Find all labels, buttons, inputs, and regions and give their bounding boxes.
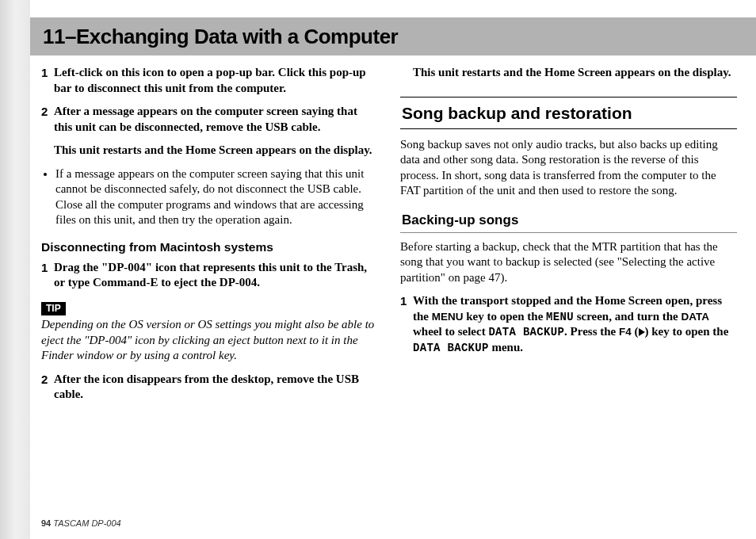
step-item: 2 After a message appears on the compute… — [41, 104, 378, 135]
step-text: Drag the "DP-004" icon that represents t… — [54, 260, 378, 291]
body-columns: 1 Left-click on this icon to open a pop-… — [41, 65, 737, 515]
restart-note: This unit restarts and the Home Screen a… — [54, 143, 378, 159]
menu-name-data-backup: DATA BACKUP — [413, 342, 489, 354]
chapter-title: 11–Exchanging Data with a Computer — [43, 25, 398, 49]
key-label-menu: MENU — [432, 311, 464, 323]
step-item: 1 With the transport stopped and the Hom… — [400, 293, 737, 355]
step-item: 1 Drag the "DP-004" icon that represents… — [41, 260, 378, 291]
page-footer: 94 TASCAM DP-004 — [41, 518, 121, 528]
screen-item-data-backup: DATA BACKUP — [488, 326, 564, 338]
step-number: 2 — [41, 104, 54, 120]
footer-model: TASCAM DP-004 — [53, 518, 120, 528]
bullet-list: If a message appears on the computer scr… — [41, 166, 378, 228]
tip-block: TIP Depending on the OS version or OS se… — [41, 299, 378, 364]
page-spine — [0, 0, 30, 539]
subsection-heading: Backing-up songs — [400, 212, 737, 233]
page-number: 94 — [41, 518, 51, 528]
key-label-f4: F4 — [619, 326, 632, 338]
tip-label: TIP — [41, 302, 66, 316]
step-text: Left-click on this icon to open a pop-up… — [54, 65, 378, 96]
step-text: With the transport stopped and the Home … — [413, 293, 737, 355]
subheading-mac: Disconnecting from Macintosh systems — [41, 239, 378, 255]
manual-page: 11–Exchanging Data with a Computer 1 Lef… — [0, 0, 756, 539]
tip-body: Depending on the OS version or OS settin… — [41, 317, 378, 364]
subsection-body: Before starting a backup, check that the… — [400, 239, 737, 286]
step-number: 1 — [41, 65, 54, 81]
step-text: After the icon disappears from the deskt… — [54, 372, 378, 403]
step-number: 2 — [41, 372, 54, 388]
chapter-header: 11–Exchanging Data with a Computer — [30, 17, 756, 55]
wheel-label-data: DATA — [681, 311, 709, 323]
section-heading: Song backup and restoration — [400, 97, 737, 129]
play-icon — [639, 328, 645, 336]
section-body: Song backup saves not only audio tracks,… — [400, 137, 737, 199]
bullet-item: If a message appears on the computer scr… — [55, 166, 378, 228]
step-number: 1 — [400, 293, 413, 309]
step-item: 1 Left-click on this icon to open a pop-… — [41, 65, 378, 96]
step-text: After a message appears on the computer … — [54, 104, 378, 135]
step-item: 2 After the icon disappears from the des… — [41, 372, 378, 403]
restart-note: This unit restarts and the Home Screen a… — [413, 65, 737, 81]
screen-name-menu: MENU — [546, 311, 574, 323]
step-number: 1 — [41, 260, 54, 276]
